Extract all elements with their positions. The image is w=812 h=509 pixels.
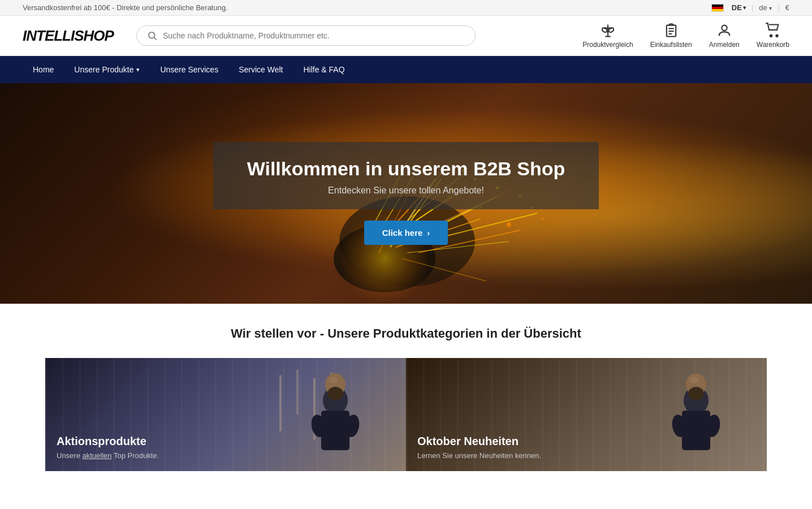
language-selector-lower[interactable]: de ▾ (759, 3, 772, 12)
category-title-neuheiten: Oktober Neuheiten (417, 435, 541, 448)
einkaufslisten-label: Einkaufslisten (650, 41, 692, 49)
lang-de-label: DE (732, 3, 742, 12)
main-nav: Home Unsere Produkte ▾ Unsere Services S… (0, 56, 812, 83)
chevron-down-icon-produkte: ▾ (136, 66, 140, 74)
nav-item-produkte[interactable]: Unsere Produkte ▾ (64, 56, 150, 83)
hero-overlay: Willkommen in unserem B2B Shop Entdecken… (0, 83, 812, 304)
header: INTELLISHOP Produktvergleich (0, 16, 812, 56)
svg-rect-51 (682, 411, 710, 450)
person-icon-left (299, 372, 372, 471)
user-icon (716, 23, 732, 38)
category-desc-neuheiten: Lernen Sie unsere Neuheiten kennen. (417, 451, 541, 460)
svg-point-50 (688, 387, 704, 400)
search-input[interactable] (163, 31, 465, 40)
clipboard-icon (663, 23, 679, 38)
search-icon (147, 31, 157, 41)
hero-cta-button[interactable]: Click here › (364, 221, 448, 245)
warenkorb-button[interactable]: Warenkorb (757, 23, 789, 49)
category-card-aktionsprodukte[interactable]: Aktionsprodukte Unsere aktuellen Top Pro… (45, 358, 406, 471)
currency-selector[interactable]: € (785, 3, 789, 12)
search-bar[interactable] (136, 25, 476, 46)
separator: | (751, 3, 753, 12)
hero-subtitle: Entdecken Sie unsere tollen Angebote! (247, 186, 565, 196)
svg-rect-44 (321, 411, 349, 450)
chevron-right-icon: › (427, 228, 430, 238)
anmelden-label: Anmelden (709, 41, 740, 49)
hero-text-box: Willkommen in unserem B2B Shop Entdecken… (213, 142, 599, 209)
category-title-aktionsprodukte: Aktionsprodukte (57, 435, 159, 448)
logo[interactable]: INTELLISHOP (23, 27, 114, 45)
scale-icon (600, 23, 616, 38)
promo-text: Versandkostenfrei ab 100€ - Direkte und … (23, 3, 228, 12)
svg-point-54 (690, 377, 699, 383)
produktvergleich-label: Produktvergleich (582, 41, 633, 49)
categories-grid: Aktionsprodukte Unsere aktuellen Top Pro… (45, 358, 767, 471)
flag-icon (711, 4, 724, 12)
svg-point-9 (722, 25, 727, 31)
einkaufslisten-button[interactable]: Einkaufslisten (650, 23, 692, 49)
nav-item-home[interactable]: Home (23, 56, 64, 83)
anmelden-button[interactable]: Anmelden (709, 23, 740, 49)
hero-section: Willkommen in unserem B2B Shop Entdecken… (0, 83, 812, 304)
language-selector-de[interactable]: DE ▾ (732, 3, 746, 12)
svg-point-47 (329, 377, 338, 383)
svg-point-43 (327, 387, 343, 400)
header-actions: Produktvergleich Einkaufslisten Anmelden (582, 23, 789, 49)
nav-item-hilfe[interactable]: Hilfe & FAQ (293, 56, 355, 83)
nav-item-services[interactable]: Unsere Services (150, 56, 228, 83)
svg-point-11 (776, 35, 778, 37)
category-label-neuheiten: Oktober Neuheiten Lernen Sie unsere Neuh… (417, 435, 541, 460)
cart-icon (765, 23, 781, 38)
warenkorb-label: Warenkorb (757, 41, 789, 49)
categories-title: Wir stellen vor - Unsere Produktkategori… (45, 326, 767, 341)
hero-cta-label: Click here (382, 228, 423, 238)
chevron-down-icon: ▾ (743, 5, 746, 11)
hero-title: Willkommen in unserem B2B Shop (247, 158, 565, 180)
separator-2: | (778, 3, 779, 12)
svg-point-0 (149, 32, 155, 38)
top-bar-right: DE ▾ | de ▾ | € (711, 3, 789, 12)
chevron-down-icon-2: ▾ (769, 5, 772, 11)
category-desc-aktionsprodukte: Unsere aktuellen Top Produkte. (57, 451, 159, 460)
nav-item-service-welt[interactable]: Service Welt (228, 56, 293, 83)
produktvergleich-button[interactable]: Produktvergleich (582, 23, 633, 49)
svg-line-1 (154, 37, 156, 40)
svg-point-10 (770, 35, 772, 37)
category-card-neuheiten[interactable]: Oktober Neuheiten Lernen Sie unsere Neuh… (406, 358, 767, 471)
top-bar: Versandkostenfrei ab 100€ - Direkte und … (0, 0, 812, 16)
person-icon-right (659, 372, 733, 471)
category-label-aktionsprodukte: Aktionsprodukte Unsere aktuellen Top Pro… (57, 435, 159, 460)
categories-section: Wir stellen vor - Unsere Produktkategori… (0, 304, 812, 471)
